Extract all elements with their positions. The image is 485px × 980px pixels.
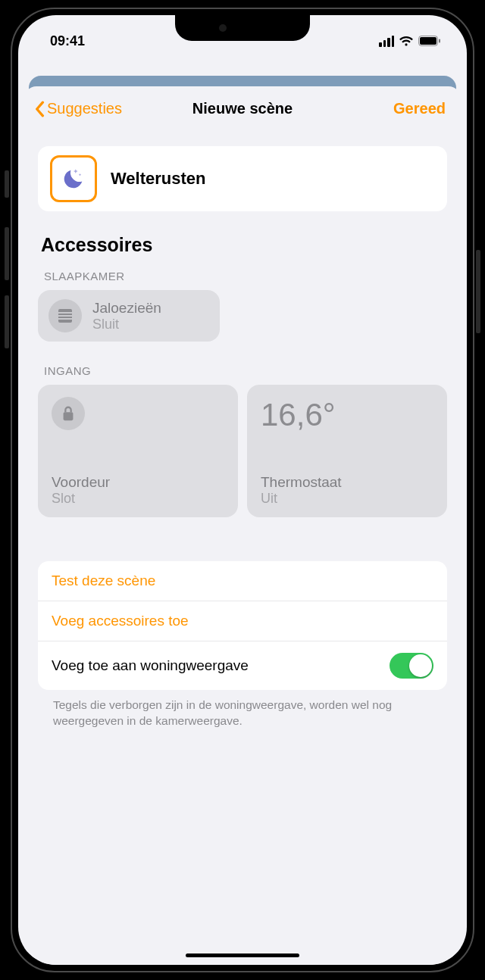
nav-bar: Suggesties Nieuwe scène Gereed <box>24 89 461 125</box>
cellular-icon <box>379 36 394 47</box>
tile-name: Thermostaat <box>261 474 433 491</box>
actions-card: Test deze scène Voeg accessoires toe Voe… <box>38 561 447 690</box>
svg-rect-5 <box>58 315 72 317</box>
accessory-tile-blinds[interactable]: Jaloezieën Sluit <box>38 290 220 342</box>
footer-note: Tegels die verborgen zijn in de woningwe… <box>38 690 447 729</box>
accessory-tile-door[interactable]: Voordeur Slot <box>38 385 238 517</box>
tile-temperature: 16,6° <box>261 397 433 433</box>
chevron-left-icon <box>33 101 45 117</box>
group-label-bedroom: SLAAPKAMER <box>44 270 447 282</box>
svg-rect-6 <box>58 318 72 320</box>
tile-name: Voordeur <box>52 474 224 491</box>
svg-rect-1 <box>420 37 436 45</box>
svg-rect-2 <box>439 39 440 43</box>
section-accessories-title: Accessoires <box>41 234 447 256</box>
add-accessories-label: Voeg accessoires toe <box>52 613 189 629</box>
done-button[interactable]: Gereed <box>393 100 446 117</box>
scene-name-card[interactable]: Welterusten <box>38 146 447 211</box>
svg-rect-7 <box>64 412 74 420</box>
add-home-row: Voeg toe aan woningweergave <box>38 641 447 690</box>
home-indicator[interactable] <box>186 953 299 957</box>
scene-name-label: Welterusten <box>111 169 206 189</box>
back-label: Suggesties <box>47 100 122 117</box>
side-button-volume-up[interactable] <box>5 227 9 280</box>
group-label-entry: INGANG <box>44 364 447 377</box>
modal-sheet: Suggesties Nieuwe scène Gereed Welterust… <box>24 86 461 965</box>
status-time: 09:41 <box>50 33 85 49</box>
moon-icon <box>61 166 86 192</box>
back-button[interactable]: Suggesties <box>33 100 122 117</box>
tile-state: Uit <box>261 491 433 507</box>
accessory-tile-thermostat[interactable]: 16,6° Thermostaat Uit <box>247 385 447 517</box>
add-home-toggle[interactable] <box>390 653 433 679</box>
test-scene-label: Test deze scène <box>52 573 155 589</box>
scene-icon-button[interactable] <box>50 155 97 202</box>
tile-state: Slot <box>52 491 224 507</box>
lock-icon <box>52 397 85 430</box>
phone-frame: 09:41 Suggesties Nieuwe scèn <box>11 8 474 972</box>
wifi-icon <box>399 36 414 47</box>
svg-rect-4 <box>58 312 72 314</box>
blinds-icon <box>48 299 82 332</box>
test-scene-button[interactable]: Test deze scène <box>38 561 447 601</box>
tile-name: Jaloezieën <box>92 300 161 317</box>
add-home-label: Voeg toe aan woningweergave <box>52 657 249 674</box>
side-button-volume-down[interactable] <box>5 295 9 348</box>
battery-icon <box>418 36 441 46</box>
screen: 09:41 Suggesties Nieuwe scèn <box>18 15 467 965</box>
notch <box>175 15 310 41</box>
tile-state: Sluit <box>92 317 161 332</box>
add-accessories-button[interactable]: Voeg accessoires toe <box>38 601 447 641</box>
side-button-silence[interactable] <box>5 170 9 198</box>
side-button-power[interactable] <box>476 250 480 333</box>
